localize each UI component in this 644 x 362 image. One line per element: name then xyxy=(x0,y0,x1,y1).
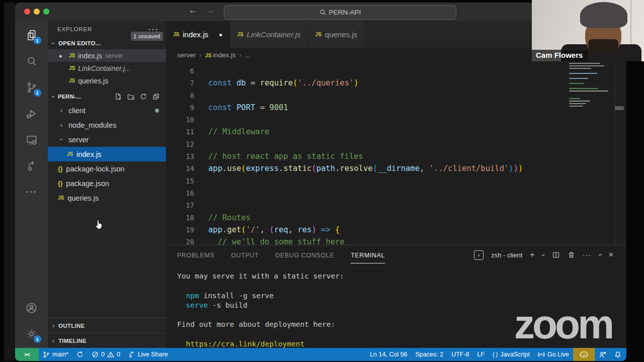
minimap-line xyxy=(569,83,584,84)
extension-smiley-status[interactable] xyxy=(573,348,595,361)
breadcrumb-item-index.js[interactable]: JS index.js xyxy=(205,51,236,59)
timeline-label: TIMELINE xyxy=(58,338,87,344)
tab-LinkContainer.js[interactable]: JSLinkContainer.js xyxy=(230,21,308,48)
code-line-13[interactable]: 13// host react app as static files xyxy=(166,150,626,162)
sync-status[interactable] xyxy=(72,348,88,361)
mouse-hand-cursor xyxy=(94,219,103,229)
minimize-traffic-light[interactable] xyxy=(34,9,40,15)
code-line-18[interactable]: 18// Routes xyxy=(166,212,626,224)
panel-tab-terminal[interactable]: TERMINAL xyxy=(351,247,385,263)
minimap-line xyxy=(569,101,590,102)
collapse-all-icon[interactable] xyxy=(152,93,160,101)
bell-icon xyxy=(614,351,621,358)
new-folder-icon[interactable] xyxy=(127,93,135,101)
accounts-icon[interactable] xyxy=(25,301,39,315)
minimap-line xyxy=(569,78,588,79)
panel-more-actions-icon[interactable]: ··· xyxy=(583,251,591,258)
indentation-status[interactable]: Spaces: 2 xyxy=(412,348,448,361)
settings-gear-icon[interactable]: 1 xyxy=(25,327,39,341)
panel-tab-output[interactable]: OUTPUT xyxy=(231,247,259,263)
remote-indicator[interactable]: >< xyxy=(15,348,39,361)
open-editor-item-index.js[interactable]: ●JSindex.jsserver xyxy=(48,49,166,62)
refresh-icon[interactable] xyxy=(139,93,147,101)
code-editor[interactable]: 67const db = require('../queries')89cons… xyxy=(166,62,626,245)
code-token xyxy=(177,340,186,348)
tab-queries.js[interactable]: JSqueries.js xyxy=(308,21,365,48)
close-panel-icon[interactable]: × xyxy=(609,251,613,259)
go-live-status[interactable]: Go Live xyxy=(534,348,573,361)
breadcrumb-label: server xyxy=(177,51,196,59)
live-share-activity-icon[interactable] xyxy=(25,159,39,173)
tree-item-package.json[interactable]: {}package.json xyxy=(48,176,166,191)
code-line-17[interactable]: 17 xyxy=(166,199,626,211)
new-terminal-icon[interactable]: + xyxy=(530,251,534,259)
open-editor-item-LinkContainer.j...[interactable]: JSLinkContainer.j... xyxy=(48,62,166,74)
scrollbar-thumb[interactable] xyxy=(615,106,624,110)
code-line-20[interactable]: 20 // we'll do some stuff here xyxy=(166,236,626,245)
folder-root-header[interactable]: › PERN-... xyxy=(48,90,166,103)
minimap-line xyxy=(569,65,604,66)
zoom-traffic-light[interactable] xyxy=(43,9,49,15)
language-mode-status[interactable]: { } JavaScript xyxy=(489,348,534,361)
code-line-14[interactable]: 14app.use(express.static(path.resolve(__… xyxy=(166,162,626,174)
code-line-11[interactable]: 11// Middleware xyxy=(166,126,626,138)
code-line-19[interactable]: 19app.get('/', (req, res) => { xyxy=(166,224,626,236)
explorer-activity-icon[interactable]: 1 xyxy=(25,28,39,42)
maximize-panel-icon[interactable]: › xyxy=(596,254,604,256)
close-traffic-light[interactable] xyxy=(24,9,30,15)
tree-item-index.js[interactable]: JSindex.js xyxy=(48,147,166,161)
breadcrumb-item-...[interactable]: ... xyxy=(245,51,251,59)
run-debug-activity-icon[interactable] xyxy=(25,107,39,121)
source-control-activity-icon[interactable]: 1 xyxy=(25,80,39,95)
tree-item-queries.js[interactable]: JSqueries.js xyxy=(48,191,166,205)
problems-status[interactable]: 0 0 xyxy=(88,348,124,361)
explorer-sidebar: EXPLORER ··· › OPEN EDITO... 1 unsaved ●… xyxy=(48,21,166,348)
code-line-16[interactable]: 16 xyxy=(166,187,626,199)
live-share-status[interactable]: Live Share xyxy=(124,348,172,361)
forward-arrow-icon[interactable]: → xyxy=(206,6,215,16)
tree-item-client[interactable]: ›client xyxy=(48,103,166,118)
code-line-6[interactable]: 6 xyxy=(166,65,626,77)
remote-explorer-activity-icon[interactable] xyxy=(25,133,39,147)
git-branch-status[interactable]: main* xyxy=(39,348,72,361)
feedback-status[interactable] xyxy=(595,348,610,361)
scrollbar-track[interactable] xyxy=(615,62,615,245)
code-line-9[interactable]: 9const PORT = 9001 xyxy=(166,102,626,114)
code-line-10[interactable]: 10 xyxy=(166,114,626,126)
line-number: 13 xyxy=(166,150,194,162)
encoding-status[interactable]: UTF-8 xyxy=(447,348,473,361)
terminal-dropdown-icon[interactable]: › xyxy=(539,254,547,256)
outline-section[interactable]: › OUTLINE xyxy=(48,318,166,333)
cursor-position-status[interactable]: Ln 14, Col 56 xyxy=(366,348,411,361)
new-file-icon[interactable] xyxy=(114,93,122,101)
timeline-section[interactable]: › TIMELINE xyxy=(48,333,166,348)
code-line-15[interactable]: 15 xyxy=(166,175,626,187)
panel-tab-problems[interactable]: PROBLEMS xyxy=(177,247,214,263)
braces-icon: { } xyxy=(493,351,498,357)
tab-index.js[interactable]: JSindex.js● xyxy=(166,21,230,48)
code-line-12[interactable]: 12 xyxy=(166,138,626,150)
search-activity-icon[interactable] xyxy=(25,54,39,68)
tree-item-node_modules[interactable]: ›node_modules xyxy=(48,118,166,132)
notifications-status[interactable] xyxy=(610,348,625,361)
eol-status[interactable]: LF xyxy=(473,348,489,361)
breadcrumb-item-server[interactable]: server xyxy=(177,51,196,59)
unsaved-dot-icon[interactable]: ● xyxy=(219,31,222,38)
code-token: express xyxy=(246,164,279,173)
tree-item-package-lock.json[interactable]: {}package-lock.json xyxy=(48,161,166,176)
command-center-search[interactable]: PERN-API xyxy=(224,5,456,20)
share-arrow-icon xyxy=(25,159,38,172)
back-arrow-icon[interactable]: ← xyxy=(189,6,197,16)
more-views-icon[interactable]: ··· xyxy=(25,185,39,199)
split-terminal-icon[interactable] xyxy=(552,251,560,259)
open-editors-header[interactable]: › OPEN EDITO... 1 unsaved xyxy=(48,37,166,49)
code-line-7[interactable]: 7const db = require('../queries') xyxy=(166,77,626,89)
errors-icon xyxy=(92,351,99,358)
panel-tab-debug-console[interactable]: DEBUG CONSOLE xyxy=(275,247,334,263)
terminal-shell-label[interactable]: zsh - client xyxy=(491,251,522,259)
tree-item-server[interactable]: ›server xyxy=(48,132,166,147)
open-editor-item-queries.js[interactable]: JSqueries.js xyxy=(48,74,166,87)
code-line-8[interactable]: 8 xyxy=(166,89,626,102)
minimap[interactable] xyxy=(569,63,612,244)
kill-terminal-trash-icon[interactable] xyxy=(568,251,575,259)
